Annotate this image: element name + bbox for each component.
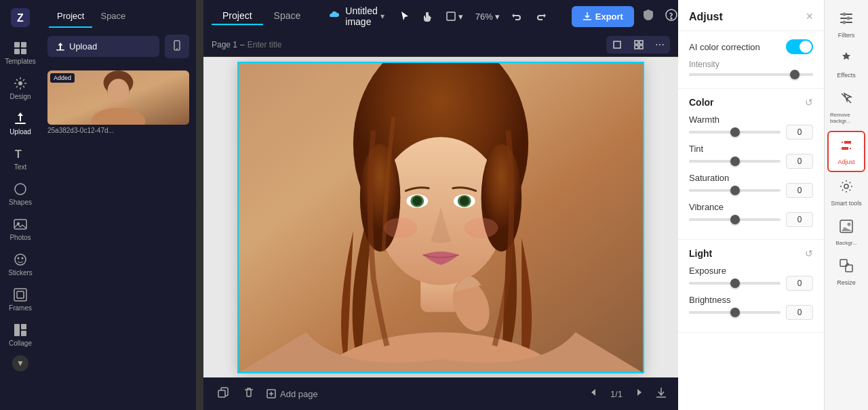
ai-correction-toggle[interactable] <box>786 39 813 54</box>
sidebar-item-text[interactable]: T Text <box>0 141 41 176</box>
adjust-label: Adjust <box>837 159 854 165</box>
resize-icon <box>839 258 854 276</box>
document-title[interactable]: Untitled image ▾ <box>345 5 384 27</box>
color-reset-icon[interactable]: ↺ <box>805 97 813 108</box>
sidebar-item-shapes[interactable]: Shapes <box>0 176 41 211</box>
resize-tool-item[interactable]: Resize <box>827 253 865 291</box>
frame-tool-button[interactable]: ▾ <box>441 8 467 24</box>
effects-icon <box>839 51 854 69</box>
sidebar-item-collage[interactable]: Collage <box>0 317 41 352</box>
page-title-input[interactable] <box>248 40 349 49</box>
warmth-slider[interactable] <box>689 131 781 134</box>
project-nav-tab[interactable]: Project <box>212 7 263 25</box>
remove-bg-tool-item[interactable]: Remove backgr... <box>827 85 865 129</box>
page-label: Page 1 – <box>212 40 349 49</box>
canvas-page[interactable] <box>237 62 644 373</box>
mobile-upload-button[interactable] <box>165 35 189 58</box>
filters-tool-item[interactable]: Filters <box>827 5 865 44</box>
grid-tool-button[interactable] <box>628 36 650 54</box>
svg-rect-4 <box>14 49 20 54</box>
panel-tabs: Project Space <box>41 0 196 28</box>
smart-tools-tool-item[interactable]: Smart tools <box>827 173 865 212</box>
sidebar-item-design[interactable]: Design <box>0 70 41 106</box>
undo-button[interactable] <box>508 8 527 24</box>
crop-tool-button[interactable] <box>606 36 628 54</box>
sidebar-item-photos[interactable]: Photos <box>0 211 41 247</box>
light-section: Light ↺ Exposure Brightness <box>678 240 824 333</box>
sidebar-item-upload[interactable]: Upload <box>0 106 41 141</box>
svg-point-9 <box>15 184 26 194</box>
vibrance-slider[interactable] <box>689 218 781 221</box>
image-thumbnail[interactable]: Added 25a382d3-0c12-47d... <box>47 70 189 136</box>
saturation-slider[interactable] <box>689 189 781 192</box>
zoom-button[interactable]: 76% ▾ <box>471 9 504 24</box>
warmth-label: Warmth <box>689 115 813 125</box>
space-nav-tab[interactable]: Space <box>263 7 312 25</box>
help-icon-button[interactable] <box>663 6 678 26</box>
canvas-container <box>203 57 678 377</box>
export-button[interactable]: Export <box>572 6 634 27</box>
sidebar-item-frames[interactable]: Frames <box>0 282 41 317</box>
canvas-image <box>239 63 643 372</box>
next-page-button[interactable] <box>631 384 647 403</box>
light-section-header: Light ↺ <box>689 248 813 259</box>
duplicate-page-button[interactable] <box>214 384 232 404</box>
more-options-button[interactable]: ⋯ <box>650 36 670 54</box>
color-section: Color ↺ Warmth Tint Saturation <box>678 89 824 240</box>
light-reset-icon[interactable]: ↺ <box>805 248 813 259</box>
app-logo[interactable]: Z <box>8 5 33 30</box>
saturation-value-input[interactable] <box>786 183 813 198</box>
document-info: Untitled image ▾ <box>328 5 384 27</box>
filters-icon <box>839 11 854 29</box>
project-tab[interactable]: Project <box>49 5 92 28</box>
redo-button[interactable] <box>531 8 550 24</box>
ai-correction-label: AI color correction <box>689 42 760 52</box>
warmth-value-input[interactable] <box>786 125 813 140</box>
effects-tool-item[interactable]: Effects <box>827 45 865 84</box>
svg-rect-33 <box>639 41 643 44</box>
sidebar-item-shapes-label: Shapes <box>9 199 32 206</box>
title-chevron-icon: ▾ <box>380 12 384 21</box>
svg-point-12 <box>15 254 26 265</box>
adjust-tool-item[interactable]: Adjust <box>827 131 865 172</box>
svg-point-13 <box>18 258 20 260</box>
prev-page-button[interactable] <box>586 384 602 403</box>
shield-icon-button[interactable] <box>639 6 657 26</box>
brightness-slider-row <box>689 305 813 320</box>
delete-page-button[interactable] <box>240 384 258 404</box>
svg-rect-17 <box>14 324 20 336</box>
sidebar-item-stickers[interactable]: Stickers <box>0 247 41 282</box>
svg-rect-5 <box>21 49 26 54</box>
exposure-slider[interactable] <box>689 282 781 285</box>
intensity-slider[interactable] <box>689 73 813 76</box>
hand-tool-button[interactable] <box>418 8 437 24</box>
adjust-panel-close-button[interactable]: × <box>806 9 813 24</box>
background-tool-item[interactable]: Backgr... <box>827 213 865 251</box>
topbar-tools: ▾ 76% ▾ <box>395 8 550 24</box>
svg-point-60 <box>844 184 848 188</box>
add-page-button[interactable]: Add page <box>266 388 318 399</box>
brightness-slider[interactable] <box>689 311 781 314</box>
space-tab[interactable]: Space <box>92 5 134 28</box>
vibrance-value-input[interactable] <box>786 212 813 227</box>
zoom-chevron-icon: ▾ <box>495 12 500 22</box>
select-tool-button[interactable] <box>395 8 414 24</box>
sidebar-item-collage-label: Collage <box>9 340 32 347</box>
svg-rect-15 <box>14 289 26 301</box>
upload-button[interactable]: Upload <box>47 36 159 57</box>
sidebar-item-templates[interactable]: Templates <box>0 35 41 70</box>
svg-point-22 <box>176 48 178 49</box>
expand-sidebar-button[interactable]: ▼ <box>12 355 28 371</box>
svg-rect-32 <box>635 41 638 44</box>
svg-point-6 <box>18 81 22 85</box>
svg-rect-18 <box>21 324 26 329</box>
selection-tools: ⋯ <box>606 36 670 54</box>
tint-value-input[interactable] <box>786 154 813 169</box>
panel-resize-handle[interactable]: ⋮ <box>197 0 203 410</box>
tint-slider[interactable] <box>689 160 781 163</box>
frame-chevron-icon: ▾ <box>458 12 463 22</box>
exposure-value-input[interactable] <box>786 276 813 291</box>
download-button[interactable] <box>655 386 667 401</box>
svg-point-14 <box>22 258 24 260</box>
brightness-value-input[interactable] <box>786 305 813 320</box>
